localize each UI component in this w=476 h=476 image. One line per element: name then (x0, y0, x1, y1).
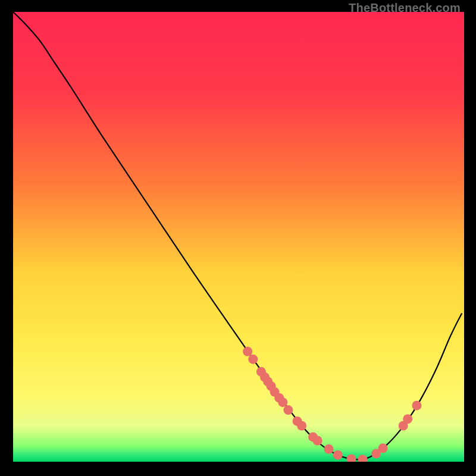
marker-point (378, 443, 388, 453)
chart-background (13, 12, 464, 462)
marker-point (283, 405, 293, 415)
marker-point (403, 414, 412, 424)
marker-point (278, 397, 287, 407)
chart-area (13, 12, 464, 462)
marker-point (412, 401, 421, 411)
chart-svg (13, 12, 464, 462)
marker-point (313, 436, 322, 445)
marker-point (333, 450, 343, 460)
marker-point (248, 355, 258, 364)
marker-point (243, 347, 252, 356)
marker-point (297, 421, 306, 431)
frame: TheBottleneck.com (0, 0, 476, 476)
marker-point (324, 444, 334, 454)
